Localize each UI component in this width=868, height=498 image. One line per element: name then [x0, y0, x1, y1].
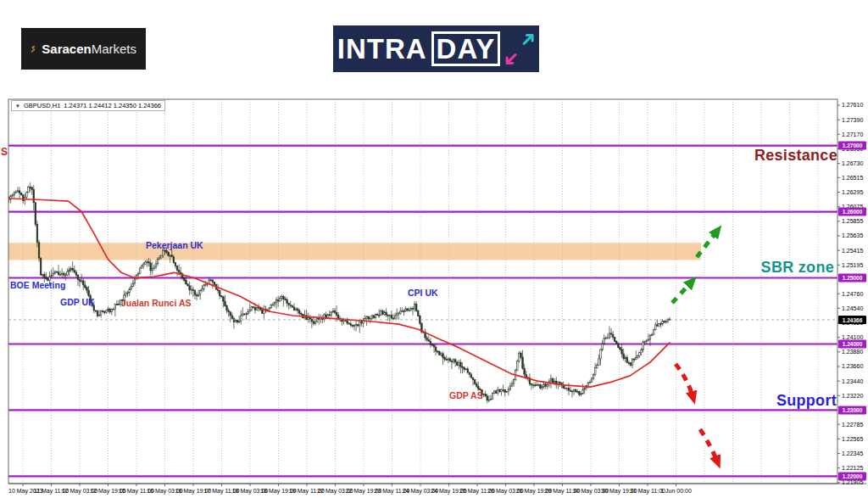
resistance-label: Resistance [754, 147, 837, 165]
support-label: Support [776, 392, 837, 410]
svg-text:1.24366: 1.24366 [843, 317, 863, 323]
support-resistance-lines [8, 146, 837, 477]
symbol-label: GBPUSD,H1 [24, 102, 60, 109]
event-label: S [1, 146, 8, 158]
chart-dropdown-icon[interactable]: ▼ [15, 104, 20, 109]
svg-text:1.22565: 1.22565 [842, 436, 863, 442]
event-label: Pekerjaan UK [146, 240, 203, 250]
svg-text:1.27170: 1.27170 [842, 131, 863, 137]
projection-arrows [672, 230, 718, 463]
svg-text:1.25415: 1.25415 [842, 248, 863, 254]
svg-text:1.23220: 1.23220 [842, 393, 863, 399]
svg-text:1.25195: 1.25195 [842, 262, 863, 268]
candlestick-chart-canvas[interactable]: 1.276101.273901.271701.269501.267301.265… [0, 0, 868, 498]
svg-text:1.27000: 1.27000 [843, 143, 863, 148]
svg-text:1.25635: 1.25635 [842, 232, 863, 238]
svg-text:1.26000: 1.26000 [843, 209, 863, 215]
page: SaracenMarkets INTRA DAY ➜ ➜ 1.276101.27… [0, 0, 868, 498]
svg-text:1 Jun 00:00: 1 Jun 00:00 [660, 488, 692, 494]
svg-text:1.22000: 1.22000 [843, 473, 863, 479]
event-label: GDP AS [449, 390, 483, 400]
ohlc-values: 1.24371 1.24412 1.24350 1.24366 [64, 102, 161, 109]
svg-text:1.23880: 1.23880 [842, 349, 863, 355]
svg-text:1.23660: 1.23660 [842, 363, 863, 369]
bullish-arrow [672, 281, 693, 303]
sbr-zone-label: SBR zone [761, 259, 834, 277]
bearish-arrow [700, 429, 718, 463]
svg-text:1.27390: 1.27390 [842, 117, 863, 123]
event-label: Jualan Runci AS [121, 298, 191, 308]
svg-text:1.22125: 1.22125 [842, 465, 863, 471]
svg-text:1.25855: 1.25855 [842, 218, 863, 224]
svg-text:1.26515: 1.26515 [842, 175, 863, 181]
svg-text:1.24540: 1.24540 [842, 305, 863, 311]
svg-text:1.23000: 1.23000 [843, 407, 863, 413]
svg-text:1.25000: 1.25000 [843, 275, 863, 281]
event-label: BOE Meeting [10, 280, 65, 290]
symbol-ohlc-bar[interactable]: ▼ GBPUSD,H1 1.24371 1.24412 1.24350 1.24… [11, 100, 165, 111]
sbr-zone-band [8, 243, 701, 260]
candles [8, 182, 670, 403]
svg-text:1.27610: 1.27610 [842, 102, 863, 108]
bearish-arrow [676, 364, 693, 399]
svg-text:1.22785: 1.22785 [842, 422, 863, 428]
svg-text:1.24000: 1.24000 [843, 341, 863, 347]
price-axis[interactable]: 1.276101.273901.271701.269501.267301.265… [837, 102, 866, 485]
svg-text:1.24100: 1.24100 [842, 334, 863, 340]
svg-text:1.22345: 1.22345 [842, 450, 863, 456]
svg-text:1.26295: 1.26295 [842, 189, 863, 195]
event-label: CPI UK [408, 288, 438, 298]
svg-text:1.24760: 1.24760 [842, 291, 863, 297]
svg-text:1.26730: 1.26730 [842, 160, 863, 166]
svg-text:1.23440: 1.23440 [842, 378, 863, 384]
time-axis[interactable]: 10 May 202311 May 11:0012 May 03:0012 Ma… [8, 484, 692, 495]
event-label: GDP UK [60, 297, 95, 307]
